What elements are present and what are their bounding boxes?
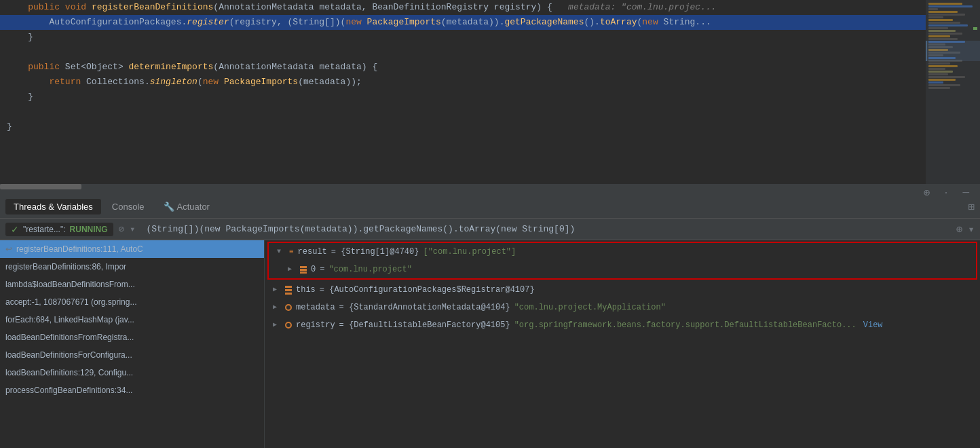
this-eq: = {AutoConfigurationPackages$Registrar@4… xyxy=(320,283,535,297)
filter-icon[interactable]: ⊘ xyxy=(119,223,124,235)
result-array-icon: ≡ xyxy=(289,245,294,259)
tab-actuator[interactable]: 🔧 Actuator xyxy=(155,199,218,214)
tab-threads-variables-label: Threads & Variables xyxy=(14,202,93,212)
registry-name: registry xyxy=(296,318,335,332)
thread-item-8[interactable]: loadBeanDefinitions:129, Configu... xyxy=(0,364,264,381)
debugger-toolbar: ✓ "restarte...": RUNNING ⊘ ▾ (String[])(… xyxy=(0,219,980,240)
code-text-9: } xyxy=(7,119,12,134)
var-result[interactable]: ▼ ≡ result = {String[1]@4740} ["com.lnu.… xyxy=(269,243,976,261)
code-text-3: } xyxy=(7,30,33,45)
thread-status-selector[interactable]: ✓ "restarte...": RUNNING xyxy=(5,223,113,236)
thread-item-label-6: loadBeanDefinitionsFromRegistra... xyxy=(5,331,134,344)
code-text-2: AutoConfigurationPackages.register(regis… xyxy=(7,15,711,30)
thread-item-label-8: loadBeanDefinitions:129, Configu... xyxy=(5,366,133,379)
toolbar-dropdown-arrow[interactable]: ▾ xyxy=(968,223,975,236)
result-0-value: "com.lnu.project" xyxy=(328,263,411,276)
tab-actuator-label: Actuator xyxy=(177,202,210,212)
debugger-panel: Threads & Variables Console 🔧 Actuator ⊞… xyxy=(0,195,980,448)
thread-item-active[interactable]: ↩ registerBeanDefinitions:111, AutoC xyxy=(0,240,264,258)
thread-item-4[interactable]: accept:-1, 1087067671 (org.spring... xyxy=(0,293,264,311)
metadata-expand-arrow[interactable]: ▶ xyxy=(273,301,281,314)
var-metadata[interactable]: ▶ metadata = {StandardAnnotationMetadata… xyxy=(265,299,980,316)
code-text-6: return Collections.singleton(new Package… xyxy=(7,75,362,90)
result-0-stack-icon xyxy=(300,266,307,274)
code-line-5: public Set<Object> determineImports(Anno… xyxy=(0,60,980,75)
debugger-tab-bar: Threads & Variables Console 🔧 Actuator ⊞ xyxy=(0,195,980,219)
code-text-7: } xyxy=(7,90,33,105)
minimap-cursor xyxy=(973,27,977,30)
code-line-3: } xyxy=(0,30,980,45)
metadata-name: metadata xyxy=(296,301,335,314)
tab-console-label: Console xyxy=(112,202,145,212)
var-this[interactable]: ▶ this = {AutoConfigurationPackages$Regi… xyxy=(265,281,980,299)
actuator-icon: 🔧 xyxy=(164,202,174,212)
minimap-viewport xyxy=(926,41,980,61)
metadata-eq: = {StandardAnnotationMetadata@4104} xyxy=(339,301,510,314)
thread-item-label-5: forEach:684, LinkedHashMap (jav... xyxy=(5,313,134,326)
minimap[interactable] xyxy=(926,0,980,190)
threads-panel[interactable]: ↩ registerBeanDefinitions:111, AutoC reg… xyxy=(0,240,265,448)
registry-view-link[interactable]: View xyxy=(863,318,883,332)
code-line-7: } xyxy=(0,90,980,105)
watch-expression: (String[])(new PackageImports(metadata))… xyxy=(140,224,950,234)
result-0-name: 0 xyxy=(311,263,316,276)
registry-circle-icon xyxy=(285,322,292,329)
thread-item-label-4: accept:-1, 1087067671 (org.spring... xyxy=(5,295,136,309)
thread-back-arrow-icon: ↩ xyxy=(5,242,12,256)
panel-divider[interactable]: ⊕ ⋮ — xyxy=(0,190,980,195)
var-result-0[interactable]: ▶ 0 = "com.lnu.project" xyxy=(269,261,976,278)
thread-item-5[interactable]: forEach:684, LinkedHashMap (jav... xyxy=(0,311,264,329)
thread-item-7[interactable]: loadBeanDefinitionsForConfigura... xyxy=(0,346,264,364)
debug-main-content: ↩ registerBeanDefinitions:111, AutoC reg… xyxy=(0,240,980,448)
code-text-1: public void registerBeanDefinitions(Anno… xyxy=(7,0,717,15)
result-0-expand-arrow[interactable]: ▶ xyxy=(288,263,296,276)
editor-scrollbar-thumb[interactable] xyxy=(0,184,81,189)
thread-item-9[interactable]: processConfigBeanDefinitions:34... xyxy=(0,381,264,399)
result-highlight-box: ▼ ≡ result = {String[1]@4740} ["com.lnu.… xyxy=(267,242,977,280)
metadata-value: "com.lnu.project.MyApplication" xyxy=(514,301,666,314)
thread-item-label-7: loadBeanDefinitionsForConfigura... xyxy=(5,348,132,362)
registry-eq: = {DefaultListableBeanFactory@4105} xyxy=(339,318,510,332)
tab-console[interactable]: Console xyxy=(104,199,153,214)
metadata-circle-icon xyxy=(285,304,292,311)
code-line-6: return Collections.singleton(new Package… xyxy=(0,75,980,90)
status-check-icon: ✓ xyxy=(11,224,19,235)
variables-panel[interactable]: ▼ ≡ result = {String[1]@4740} ["com.lnu.… xyxy=(265,240,980,448)
code-editor: public void registerBeanDefinitions(Anno… xyxy=(0,0,980,190)
result-eq: = {String[1]@4740} xyxy=(331,245,419,259)
result-collapse-arrow[interactable]: ▼ xyxy=(277,245,285,259)
result-0-eq: = xyxy=(320,263,324,276)
code-text-5: public Set<Object> determineImports(Anno… xyxy=(7,60,377,75)
code-line-8 xyxy=(0,105,980,119)
registry-expand-arrow[interactable]: ▶ xyxy=(273,318,281,332)
result-name: result xyxy=(298,245,327,259)
code-line-2: AutoConfigurationPackages.register(regis… xyxy=(0,15,980,30)
thread-item-label-active: registerBeanDefinitions:111, AutoC xyxy=(16,242,143,256)
result-value: ["com.lnu.project"] xyxy=(423,245,516,259)
restore-layout-icon[interactable]: ⊞ xyxy=(968,200,975,214)
code-lines: public void registerBeanDefinitions(Anno… xyxy=(0,0,980,134)
thread-item-label-2: registerBeanDefinitions:86, Impor xyxy=(5,260,126,274)
editor-horizontal-scrollbar[interactable] xyxy=(0,184,980,189)
registry-value: "org.springframework.beans.factory.suppo… xyxy=(514,318,856,332)
this-expand-arrow[interactable]: ▶ xyxy=(273,283,281,297)
thread-item-3[interactable]: lambda$loadBeanDefinitionsFrom... xyxy=(0,276,264,293)
thread-dropdown-icon[interactable]: ▾ xyxy=(130,223,135,235)
thread-item-label-3: lambda$loadBeanDefinitionsFrom... xyxy=(5,278,135,291)
this-stack-icon xyxy=(285,286,292,295)
thread-name-label: "restarte...": xyxy=(23,225,66,234)
this-name: this xyxy=(296,283,316,297)
thread-item-6[interactable]: loadBeanDefinitionsFromRegistra... xyxy=(0,329,264,346)
thread-running-label: RUNNING xyxy=(70,225,108,234)
thread-item-2[interactable]: registerBeanDefinitions:86, Impor xyxy=(0,258,264,276)
var-registry[interactable]: ▶ registry = {DefaultListableBeanFactory… xyxy=(265,316,980,334)
toolbar-right-actions: ⊕ ▾ xyxy=(956,223,975,236)
thread-item-label-9: processConfigBeanDefinitions:34... xyxy=(5,384,132,397)
code-line-9: } xyxy=(0,119,980,134)
code-line-1: public void registerBeanDefinitions(Anno… xyxy=(0,0,980,15)
add-watch-button[interactable]: ⊕ xyxy=(956,223,963,236)
code-line-4 xyxy=(0,45,980,60)
tab-threads-variables[interactable]: Threads & Variables xyxy=(5,199,101,214)
